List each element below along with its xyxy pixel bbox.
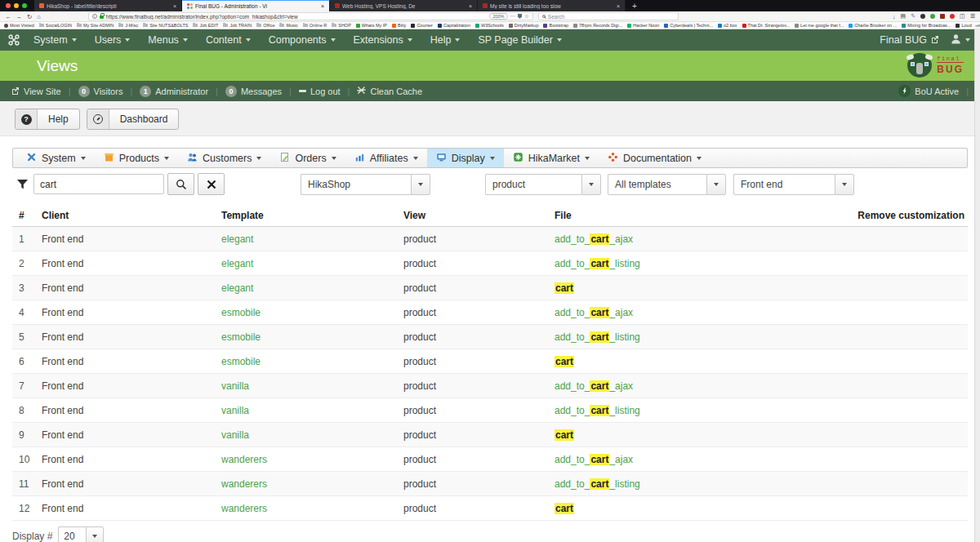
hikashop-menu-customers[interactable]: Customers (178, 149, 270, 167)
forward-icon[interactable]: → (16, 13, 23, 20)
new-tab-button[interactable]: + (626, 0, 644, 11)
browser-tab-4[interactable]: My site is still loading too slow × (478, 0, 626, 11)
dashboard-button[interactable]: Dashboard (87, 109, 180, 130)
template-link[interactable]: vanilla (221, 405, 249, 416)
back-icon[interactable]: ← (5, 13, 11, 20)
file-link[interactable]: add_to_cart_listing (555, 405, 640, 416)
search-bar[interactable]: Search (538, 12, 679, 20)
bookmarks-overflow-chevron[interactable]: » (972, 22, 978, 29)
help-button[interactable]: ? Help (15, 109, 80, 130)
template-select[interactable]: All templates (608, 174, 726, 195)
url-text[interactable]: https://www.finalbug.net/administrator/i… (106, 14, 488, 20)
info-icon[interactable]: i (92, 14, 97, 19)
close-tab-icon[interactable]: × (173, 3, 176, 9)
clean-cache-link[interactable]: Clean Cache (357, 86, 422, 96)
file-link[interactable]: add_to_cart_listing (555, 258, 640, 269)
edit-icon[interactable]: ✎ (911, 13, 915, 20)
scrollbar[interactable] (974, 29, 980, 542)
close-window-button[interactable] (6, 3, 11, 8)
file-link[interactable]: add_to_cart_ajax (555, 233, 633, 245)
search-button[interactable] (167, 173, 194, 195)
template-link[interactable]: wanderers (221, 478, 267, 490)
site-preview-link[interactable]: Final BUG (880, 34, 939, 46)
nav-item-extensions[interactable]: Extensions (345, 29, 421, 51)
template-link[interactable]: wanderers (221, 454, 267, 465)
hikashop-menu-documentation[interactable]: Documentation (599, 149, 710, 167)
bookmark-item[interactable]: Whats My IP (356, 23, 387, 28)
clear-search-button[interactable] (198, 173, 225, 195)
check-extension-icon[interactable] (930, 14, 935, 19)
bookmark-item[interactable]: Hacker Noon (627, 23, 659, 28)
chevron-down-icon[interactable] (706, 174, 726, 195)
minimize-window-button[interactable] (14, 3, 19, 8)
user-menu[interactable] (951, 33, 970, 47)
bookmark-item[interactable]: o2.box (718, 23, 737, 28)
hikashop-menu-products[interactable]: Products (95, 149, 178, 167)
file-link[interactable]: add_to_cart_ajax (555, 454, 633, 465)
template-link[interactable]: elegant (221, 258, 253, 269)
bookmark-item[interactable]: My Site ADMIN (77, 23, 114, 28)
client-select[interactable]: Front end (733, 174, 854, 195)
template-link[interactable]: vanilla (221, 429, 249, 441)
bookmark-item[interactable]: Let me google that f... (795, 23, 844, 28)
chevron-down-icon[interactable] (411, 174, 430, 195)
bou-active-indicator[interactable]: BoU Active (898, 85, 959, 97)
browser-tab-2-active[interactable]: Final BUG - Administration - Vi × (182, 0, 330, 11)
extension2-icon[interactable] (940, 14, 945, 19)
hikashop-menu-display[interactable]: Display (427, 149, 504, 167)
sidebar-icon[interactable]: ◫ (960, 13, 965, 20)
page-actions-icon[interactable]: ⋯ (510, 13, 516, 20)
library-icon[interactable]: ▤ (901, 13, 906, 20)
close-tab-icon[interactable]: × (321, 3, 324, 9)
bookmark-item[interactable]: DirtyMarkup (509, 23, 539, 28)
hikashop-menu-system[interactable]: System (17, 149, 95, 167)
bookmark-item[interactable]: Bitly (392, 23, 406, 28)
template-link[interactable]: esmobile (221, 307, 261, 318)
file-link[interactable]: add_to_cart_ajax (555, 380, 633, 392)
bookmark-item[interactable]: Capitalization (438, 23, 470, 28)
logout-link[interactable]: Log out (299, 87, 341, 96)
chevron-down-icon[interactable] (835, 174, 854, 195)
bookmark-item[interactable]: SHOP (332, 23, 351, 28)
download-icon[interactable]: ↓ (893, 14, 896, 20)
search-input[interactable] (33, 174, 164, 194)
bookmark-item[interactable]: W3Schools (475, 23, 504, 28)
zoom-level-indicator[interactable]: 200% (489, 13, 507, 20)
template-link[interactable]: esmobile (221, 331, 261, 343)
home-icon[interactable]: ⌂ (37, 13, 41, 20)
nav-item-users[interactable]: Users (86, 29, 140, 51)
file-link[interactable]: cart (555, 503, 574, 514)
view-site-link[interactable]: View Site (11, 87, 61, 96)
file-link[interactable]: add_to_cart_listing (555, 331, 640, 343)
zoom-window-button[interactable] (22, 3, 27, 8)
nav-item-menus[interactable]: Menus (139, 29, 197, 51)
bookmark-item[interactable]: Mixing for Broadcas... (902, 23, 951, 28)
bookmark-star-icon[interactable]: ☆ (524, 13, 529, 20)
bookmark-item[interactable]: SocialLOGIN (39, 23, 72, 28)
browser-tab-3[interactable]: Web Hosting, VPS Hosting, De × (330, 0, 478, 11)
bookmark-item[interactable]: Cyberdeals | Techni... (664, 23, 713, 28)
bookmark-item[interactable]: 78rpm Records Digi... (573, 23, 622, 28)
bookmark-item[interactable]: That Dr. Strangelov... (742, 23, 791, 28)
template-link[interactable]: elegant (221, 233, 253, 245)
file-link[interactable]: cart (555, 356, 574, 367)
bookmark-item[interactable]: Music (279, 23, 297, 28)
menu-icon[interactable]: ☰ (970, 13, 975, 20)
bookmark-item[interactable]: Online R (303, 23, 327, 28)
view-select[interactable]: product (485, 174, 601, 195)
administrator-link[interactable]: 1 Administrator (140, 86, 208, 97)
pocket-shield-icon[interactable] (518, 14, 522, 19)
component-select[interactable]: HikaShop (301, 174, 430, 195)
bookmark-item[interactable]: Job TRAIN (223, 23, 252, 28)
nav-item-system[interactable]: System (24, 29, 86, 51)
template-link[interactable]: wanderers (221, 503, 267, 514)
extension-icon[interactable] (920, 14, 925, 19)
messages-link[interactable]: 0 Messages (225, 86, 282, 97)
bookmark-item[interactable]: Site NUTS&BOLTS (143, 23, 188, 28)
file-link[interactable]: cart (555, 282, 574, 294)
address-bar[interactable]: i https://www.finalbug.net/administrator… (88, 12, 533, 20)
nav-item-help[interactable]: Help (421, 29, 470, 51)
bookmark-item[interactable]: Office (256, 23, 274, 28)
hikashop-menu-hikamarket[interactable]: HikaMarket (504, 149, 599, 167)
bookmark-item[interactable]: Bootstrap (543, 23, 568, 28)
